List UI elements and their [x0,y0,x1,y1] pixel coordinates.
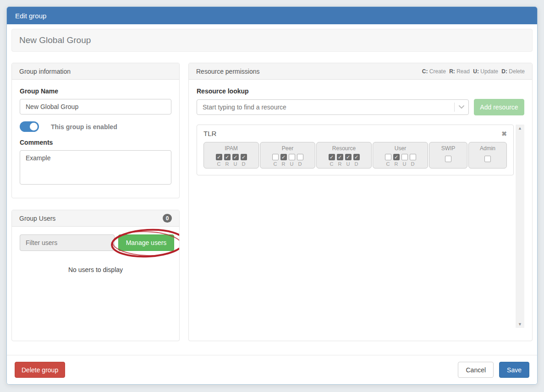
crud-letter: U [232,161,239,167]
users-toolbar: Manage users [20,234,171,251]
resource-list-scroll-area: TLR ✖ IPAM✓✓✓✓CRUDPeer✓CRUDResource✓✓✓✓C… [197,125,524,328]
content-columns: Group information Group Name This group … [11,63,533,341]
crud-legend: C: Create R: Read U: Update D: Delete [420,68,525,75]
checkbox-row [429,156,467,162]
checkbox-ipam-c[interactable]: ✓ [216,154,222,160]
toggle-knob [30,123,38,131]
modal-header: Edit group [7,7,537,24]
permission-group-user: User✓CRUD [373,142,428,169]
modal-footer: Delete group Cancel Save [7,355,537,384]
panel-title: Group Users [19,215,55,222]
user-count-badge: 0 [163,214,172,223]
checkbox-peer-r[interactable]: ✓ [280,154,287,160]
crud-letter: R [337,161,343,167]
crud-letter: D [241,161,247,167]
permission-group-swip: SWIP [429,142,467,169]
group-title: New Global Group [19,35,91,45]
checkbox-peer-d[interactable] [297,154,303,160]
permission-group-title: Admin [469,145,506,152]
crud-letters: CRUD [260,161,315,167]
crud-letter: D [353,161,360,167]
permission-group-title: User [373,145,428,152]
checkbox-row [469,156,506,162]
group-enabled-toggle[interactable] [20,121,39,132]
checkbox-ipam-r[interactable]: ✓ [224,154,231,160]
group-information-panel: Group information Group Name This group … [11,63,180,198]
checkbox-user-u[interactable] [401,154,408,160]
checkbox-ipam-d[interactable]: ✓ [241,154,247,160]
checkbox-admin-single[interactable] [484,156,491,162]
crud-letter: D [297,161,303,167]
checkbox-resource-u[interactable]: ✓ [345,154,352,160]
crud-letter: R [224,161,231,167]
close-icon[interactable]: ✖ [501,130,507,137]
resource-card-tlr: TLR ✖ IPAM✓✓✓✓CRUDPeer✓CRUDResource✓✓✓✓C… [197,125,514,175]
crud-letter: C [216,161,222,167]
scroll-down-icon[interactable]: ▼ [516,322,524,327]
enabled-label: This group is enabled [51,123,117,131]
edit-group-modal: Edit group New Global Group Group inform… [6,6,538,385]
panel-title: Resource permissions [196,68,260,75]
group-name-input[interactable] [20,99,171,114]
group-name-label: Group Name [20,87,171,95]
group-users-panel: Group Users 0 Manage users No users [11,210,180,341]
checkbox-resource-d[interactable]: ✓ [353,154,360,160]
crud-letters: CRUD [373,161,428,167]
delete-group-button[interactable]: Delete group [15,362,65,378]
add-resource-button[interactable]: Add resource [474,99,524,115]
permission-group-admin: Admin [468,142,507,169]
chevron-down-icon[interactable] [455,100,468,114]
left-column: Group information Group Name This group … [11,63,180,341]
crud-letter: C [329,161,335,167]
checkbox-peer-u[interactable] [289,154,295,160]
checkbox-swip-single[interactable] [445,156,451,162]
comments-textarea[interactable]: Example [20,150,171,185]
permission-group-title: IPAM [204,145,258,152]
cancel-button[interactable]: Cancel [458,362,494,378]
permission-groups-row: IPAM✓✓✓✓CRUDPeer✓CRUDResource✓✓✓✓CRUDUse… [203,142,507,169]
resource-lookup-label: Resource lookup [197,87,524,95]
crud-letter: U [401,161,408,167]
permission-group-ipam: IPAM✓✓✓✓CRUD [203,142,259,169]
resource-lookup-input[interactable] [197,100,454,114]
permission-group-title: Peer [260,145,315,152]
right-column: Resource permissions C: Create R: Read U… [188,63,533,341]
checkbox-row: ✓✓✓✓ [317,154,371,160]
checkbox-resource-c[interactable]: ✓ [329,154,335,160]
panel-title: Group information [19,68,71,75]
no-users-message: No users to display [20,266,171,273]
checkbox-user-d[interactable] [410,154,416,160]
crud-letter: R [393,161,400,167]
modal-title: Edit group [15,12,46,20]
permission-group-peer: Peer✓CRUD [260,142,315,169]
checkbox-resource-r[interactable]: ✓ [337,154,343,160]
resource-permissions-header: Resource permissions C: Create R: Read U… [189,63,532,80]
vertical-scrollbar[interactable]: ▲ ▼ [516,125,524,328]
manage-users-button[interactable]: Manage users [118,234,174,251]
group-users-header: Group Users 0 [12,210,179,227]
crud-letter: D [410,161,416,167]
save-button[interactable]: Save [499,362,529,378]
checkbox-ipam-u[interactable]: ✓ [232,154,239,160]
scroll-up-icon[interactable]: ▲ [516,126,524,131]
resource-lookup-row: Add resource [197,99,524,115]
checkbox-user-c[interactable] [385,154,391,160]
enabled-toggle-row: This group is enabled [20,121,171,132]
crud-letters: CRUD [204,161,258,167]
permission-group-title: Resource [317,145,371,152]
permission-group-resource: Resource✓✓✓✓CRUD [316,142,372,169]
crud-letters: CRUD [317,161,371,167]
crud-letter: U [289,161,295,167]
crud-letter: U [345,161,352,167]
permission-group-title: SWIP [429,145,467,152]
checkbox-user-r[interactable]: ✓ [393,154,400,160]
resource-name: TLR [203,130,216,137]
group-title-box: New Global Group [11,29,533,52]
resource-permissions-panel: Resource permissions C: Create R: Read U… [188,63,533,341]
comments-label: Comments [20,139,171,146]
group-information-header: Group information [12,63,179,80]
crud-letter: R [280,161,287,167]
crud-letter: C [385,161,391,167]
checkbox-peer-c[interactable] [272,154,279,160]
filter-users-input[interactable] [20,234,115,251]
